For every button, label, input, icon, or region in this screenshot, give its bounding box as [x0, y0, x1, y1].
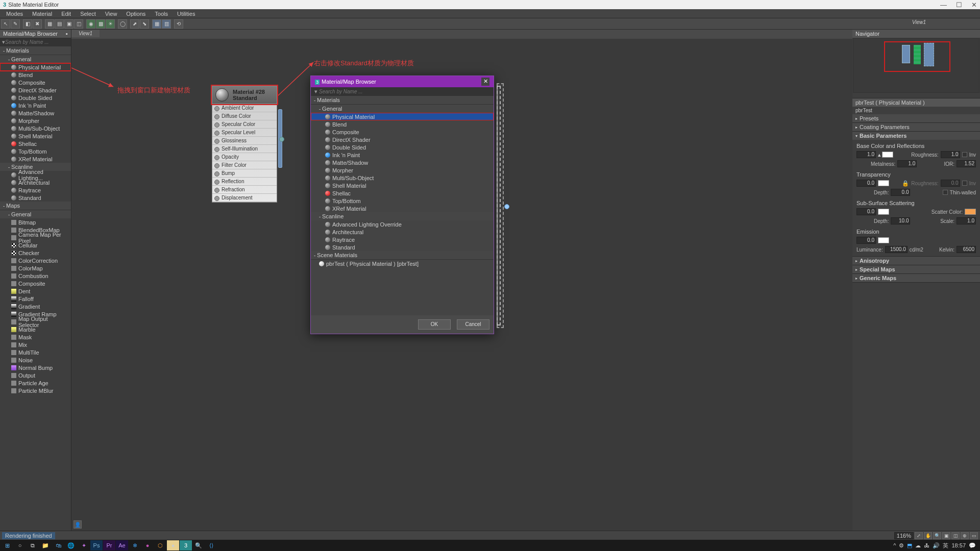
luminance-spinner[interactable]: 1500.0 — [885, 246, 908, 253]
status-zoom-in-icon[interactable]: ⤢ — [915, 532, 923, 539]
map-noise[interactable]: Noise — [0, 356, 71, 364]
tool-layout-icon[interactable]: ▤ — [55, 19, 64, 29]
dlg-item-xref[interactable]: XRef Material — [311, 205, 494, 212]
tree-item-raytrace[interactable]: Raytrace — [0, 186, 71, 194]
dlg-item-ink-paint[interactable]: Ink 'n Paint — [311, 151, 494, 159]
tree-sub-maps-general[interactable]: - General — [0, 210, 71, 218]
app-icon-4[interactable]: ⬡ — [154, 540, 166, 550]
node-canvas[interactable]: View1 拖拽到窗口新建物理材质 右击修改Standard材质为物理材质 Ma… — [71, 30, 852, 531]
map-particle-age[interactable]: Particle Age — [0, 379, 71, 387]
rollout-presets[interactable]: ▸Presets — [852, 114, 980, 122]
dlg-item-raytrace[interactable]: Raytrace — [311, 236, 494, 243]
tool-assign-icon[interactable]: ◧ — [23, 19, 32, 29]
tray-bluetooth-icon[interactable]: ⬒ — [907, 542, 912, 549]
roughness-spinner[interactable]: 1.0 — [941, 151, 960, 158]
rollout-special-maps[interactable]: ▸Special Maps — [852, 265, 980, 273]
label-lum-unit[interactable]: cd/m2 — [910, 247, 923, 253]
base-color-swatch[interactable] — [882, 152, 893, 158]
tray-time[interactable]: 18:57 — [951, 542, 966, 548]
tool-show-icon[interactable]: ◫ — [74, 19, 83, 29]
sss-color-swatch[interactable] — [878, 209, 889, 215]
sss-weight-spinner[interactable]: 0.0 — [856, 208, 876, 215]
lock-icon[interactable]: 🔒 — [902, 180, 909, 187]
tray-cloud-icon[interactable]: ☁ — [915, 542, 921, 549]
map-dent[interactable]: Dent — [0, 287, 71, 295]
map-particle-mblur[interactable]: Particle MBlur — [0, 387, 71, 394]
person-icon[interactable]: 👤 — [74, 520, 82, 529]
node-header[interactable]: Material #28 Standard — [212, 86, 277, 104]
rollout-generic-maps[interactable]: ▸Generic Maps — [852, 274, 980, 282]
tree-item-adv-lighting[interactable]: Advanced Lighting... — [0, 171, 71, 179]
app-icon-3[interactable]: ● — [141, 540, 154, 550]
tool-pick-icon[interactable]: ✎ — [11, 19, 20, 29]
material-node[interactable]: Material #28 Standard Ambient Color Diff… — [212, 86, 277, 203]
dialog-search-input[interactable] — [319, 89, 492, 94]
kelvin-spinner[interactable]: 6500 — [957, 246, 976, 253]
explorer-icon[interactable]: 📁 — [39, 540, 52, 550]
3dsmax-icon[interactable]: 3 — [180, 540, 192, 550]
menu-tools[interactable]: Tools — [151, 10, 172, 17]
rollout-basic[interactable]: ▾Basic Parameters — [852, 132, 980, 140]
map-composite[interactable]: Composite — [0, 280, 71, 287]
right-view-tab[interactable]: View1 — [906, 18, 932, 26]
emission-color-swatch[interactable] — [878, 237, 889, 243]
dialog-tree[interactable]: - Materials - General Physical Material … — [311, 96, 494, 315]
trans-weight-spinner[interactable]: 0.0 — [856, 180, 876, 187]
thin-walled-check[interactable] — [943, 190, 948, 195]
map-checker[interactable]: Checker — [0, 249, 71, 257]
minimize-button[interactable]: — — [940, 1, 947, 9]
map-mix[interactable]: Mix — [0, 341, 71, 348]
trans-color-swatch[interactable] — [878, 180, 889, 186]
map-output-selector[interactable]: Map Output Selector — [0, 318, 71, 325]
tool-child-icon[interactable]: ⬊ — [140, 19, 149, 29]
tool-preview-icon[interactable]: ◉ — [86, 19, 95, 29]
tool-bg-icon[interactable]: ▩ — [96, 19, 105, 29]
tree-item-composite[interactable]: Composite — [0, 79, 71, 86]
dlg-cat-materials[interactable]: - Materials — [311, 96, 494, 105]
slot-opacity[interactable]: Opacity — [212, 153, 277, 161]
emission-weight-spinner[interactable]: 0.0 — [856, 237, 876, 244]
app-icon-5[interactable]: ● — [167, 540, 179, 550]
app-icon-2[interactable]: ❄ — [129, 540, 141, 550]
zoom-display[interactable]: 116% — [894, 532, 914, 539]
dlg-item-composite[interactable]: Composite — [311, 128, 494, 136]
slot-displacement[interactable]: Displacement — [212, 194, 277, 202]
tool-parent-icon[interactable]: ⬈ — [130, 19, 139, 29]
status-zoom-icon[interactable]: 🔍 — [933, 532, 941, 539]
rollout-coating[interactable]: ▸Coating Parameters — [852, 123, 980, 131]
dlg-item-architectural[interactable]: Architectural — [311, 228, 494, 236]
dialog-cancel-button[interactable]: Cancel — [457, 319, 489, 330]
dlg-item-morpher[interactable]: Morpher — [311, 166, 494, 174]
tray-network-icon[interactable]: 🖧 — [924, 542, 929, 548]
menu-select[interactable]: Select — [76, 10, 100, 17]
menu-material[interactable]: Material — [28, 10, 56, 17]
tree-item-shell[interactable]: Shell Material — [0, 132, 71, 140]
menu-utilities[interactable]: Utilities — [173, 10, 199, 17]
dialog-titlebar[interactable]: 3Material/Map Browser ✕ — [311, 76, 494, 87]
dialog-close-button[interactable]: ✕ — [481, 78, 489, 86]
tree-item-top-bottom[interactable]: Top/Bottom — [0, 147, 71, 155]
map-colormap[interactable]: ColorMap — [0, 264, 71, 272]
dlg-item-shellac[interactable]: Shellac — [311, 189, 494, 197]
map-normal-bump[interactable]: Normal Bump — [0, 364, 71, 371]
dlg-item-physical-material[interactable]: Physical Material — [311, 113, 494, 120]
sss-depth-spinner[interactable]: 10.0 — [891, 217, 910, 224]
slot-glossiness[interactable]: Glossiness — [212, 137, 277, 145]
tree-cat-materials[interactable]: - Materials — [0, 46, 71, 55]
dlg-scene-item[interactable]: pbrTest ( Physical Material ) [pbrTest] — [311, 260, 494, 267]
slot-diffuse[interactable]: Diffuse Color — [212, 112, 277, 120]
slot-filter-color[interactable]: Filter Color — [212, 161, 277, 169]
map-combustion[interactable]: Combustion — [0, 272, 71, 280]
slot-refraction[interactable]: Refraction — [212, 186, 277, 194]
slot-specular-level[interactable]: Specular Level — [212, 129, 277, 137]
slot-ambient[interactable]: Ambient Color — [212, 104, 277, 112]
tree-item-directx[interactable]: DirectX Shader — [0, 86, 71, 94]
roughness-inv-check[interactable] — [962, 152, 967, 157]
tool-move-icon[interactable]: ▦ — [45, 19, 54, 29]
map-colorcorrect[interactable]: ColorCorrection — [0, 257, 71, 264]
ior-spinner[interactable]: 1.52 — [957, 160, 976, 167]
dlg-item-top-bottom[interactable]: Top/Bottom — [311, 197, 494, 205]
dlg-item-blend[interactable]: Blend — [311, 120, 494, 128]
dialog-ok-button[interactable]: OK — [418, 319, 451, 330]
base-weight-spinner[interactable]: 1.0 — [856, 151, 876, 158]
